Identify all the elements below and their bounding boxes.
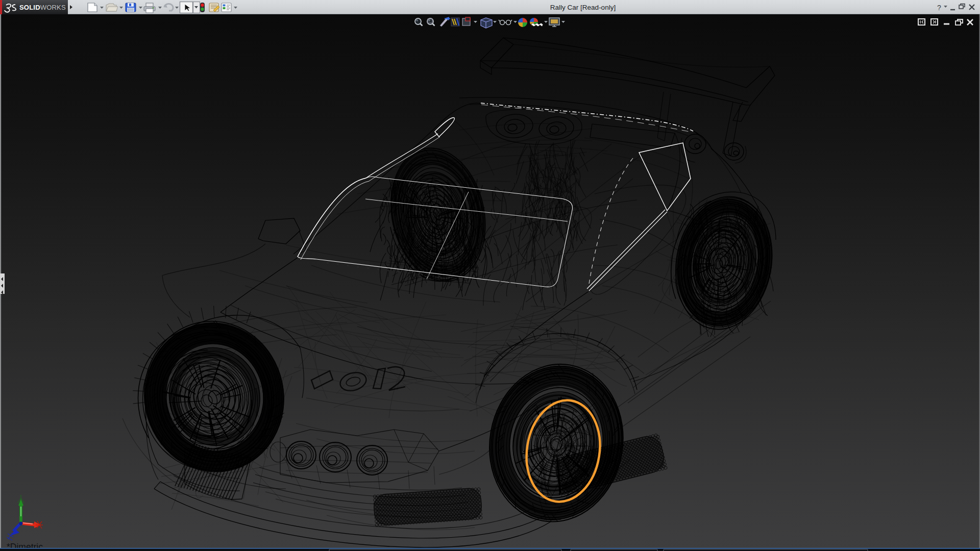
svg-text:Rally Car [Read-only]: Rally Car [Read-only] [550,4,616,11]
svg-text:?: ? [937,4,941,12]
svg-text:SOLIDWORKS: SOLIDWORKS [19,4,66,11]
